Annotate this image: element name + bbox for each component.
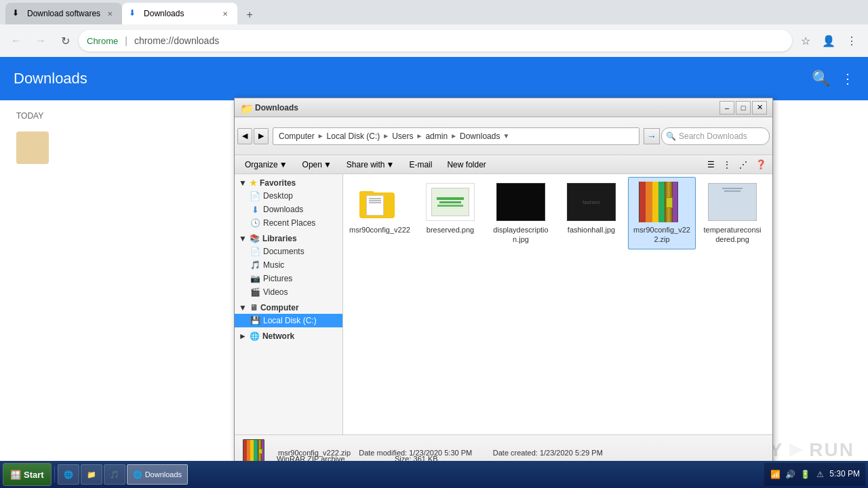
search-icon: 🔍 — [666, 131, 676, 141]
tab2-close[interactable]: ✕ — [220, 8, 231, 19]
file-msr90config-zip[interactable]: msr90config_v222.zip — [628, 177, 696, 249]
view-change-button[interactable]: ☰ — [703, 157, 718, 172]
documents-icon: 📄 — [250, 246, 260, 257]
taskbar-media[interactable]: 🎵 — [104, 464, 125, 485]
nav-localdisk[interactable]: 💾 Local Disk (C:) — [235, 314, 342, 327]
breadcrumb-downloads[interactable]: Downloads — [457, 131, 502, 141]
sb-buckle — [258, 449, 262, 454]
organize-button[interactable]: Organize ▼ — [239, 157, 294, 172]
new-folder-button[interactable]: New folder — [441, 157, 492, 172]
breadcrumb-sep1: ► — [317, 132, 324, 140]
address-scheme: Chrome — [87, 36, 118, 46]
explorer-search-input[interactable]: 🔍 Search Downloads — [661, 127, 770, 145]
downloads-header-right: 🔍 ⋮ — [812, 70, 854, 87]
breadcrumb-users[interactable]: Users — [389, 131, 416, 141]
share-arrow: ▼ — [387, 160, 395, 169]
view-toggle-button[interactable]: ⋮ — [719, 157, 734, 172]
systray-network-icon: 📶 — [770, 469, 781, 480]
nav-computer-header[interactable]: ▼ 🖥 Computer — [235, 302, 342, 314]
zip-stripe-orange — [646, 182, 652, 222]
address-input[interactable]: Chrome | chrome://downloads — [79, 30, 792, 52]
file-msr90config-folder-name: msr90config_v222 — [349, 225, 410, 235]
nav-network-header[interactable]: ► 🌐 Network — [235, 330, 342, 342]
taskbar-explorer-icon: 📁 — [87, 470, 96, 479]
bookmark-button[interactable]: ☆ — [795, 30, 816, 52]
menu-button[interactable]: ⋮ — [841, 30, 863, 52]
tab1-favicon: ⬇ — [12, 8, 23, 19]
file-temperature[interactable]: temperatureconsidered.png — [698, 177, 766, 249]
forward-button[interactable]: → — [30, 30, 52, 52]
file-displaydescription[interactable]: displaydescription.jpg — [487, 177, 555, 249]
file-zip-name: msr90config_v222.zip — [631, 225, 692, 245]
open-button[interactable]: Open ▼ — [296, 157, 338, 172]
taskbar: 🪟 Start 🌐 📁 🎵 🌐 Downloads 📶 🔊 🔋 ⚠ 5:30 P… — [0, 461, 868, 488]
file-breserved[interactable]: breserved.png — [416, 177, 484, 249]
file-fashionhall[interactable]: fashion fashionhall.jpg — [557, 177, 625, 249]
taskbar-chrome[interactable]: 🌐 Downloads — [127, 464, 188, 485]
share-with-button[interactable]: Share with ▼ — [340, 157, 401, 172]
localdisk-label: Local Disk (C:) — [263, 316, 317, 325]
downloads-header: Downloads 🔍 ⋮ — [0, 57, 868, 100]
downloads-menu-button[interactable]: ⋮ — [841, 70, 854, 87]
breadcrumb-admin[interactable]: admin — [422, 131, 450, 141]
taskbar-ie[interactable]: 🌐 — [58, 464, 79, 485]
explorer-actions: Organize ▼ Open ▼ Share with ▼ E-mail Ne… — [235, 155, 772, 174]
breadcrumb-localdisk[interactable]: Local Disk (C:) — [324, 131, 383, 141]
maximize-button[interactable]: □ — [736, 101, 751, 115]
downloads-search-button[interactable]: 🔍 — [812, 70, 830, 87]
search-placeholder: Search Downloads — [679, 131, 747, 141]
nav-documents[interactable]: 📄 Documents — [235, 245, 342, 258]
start-button[interactable]: 🪟 Start — [3, 463, 52, 486]
music-icon: 🎵 — [250, 260, 260, 270]
nav-pictures[interactable]: 📷 Pictures — [235, 272, 342, 285]
temp-line1 — [722, 188, 743, 189]
chrome-browser: ⬇ Download softwares ✕ ⬇ Downloads ✕ + ←… — [0, 0, 868, 488]
tab-downloads[interactable]: ⬇ Downloads ✕ — [122, 3, 237, 24]
refresh-button[interactable]: ↻ — [54, 30, 76, 52]
new-tab-button[interactable]: + — [240, 5, 259, 24]
tab2-favicon: ⬇ — [129, 8, 140, 19]
back-button[interactable]: ← — [5, 30, 27, 52]
green-bar2 — [439, 201, 461, 203]
systray-battery-icon: 🔋 — [800, 469, 810, 480]
taskbar-explorer[interactable]: 📁 — [81, 464, 102, 485]
breserved-thumbnail — [426, 182, 475, 222]
breadcrumb-computer[interactable]: Computer — [276, 131, 317, 141]
nav-desktop[interactable]: 📄 Desktop — [235, 189, 342, 203]
explorer-forward-button[interactable]: ▶ — [254, 128, 269, 144]
videos-icon: 🎬 — [250, 287, 260, 298]
tab2-title: Downloads — [144, 9, 216, 18]
email-label: E-mail — [409, 160, 432, 169]
address-path: chrome://downloads — [134, 35, 219, 46]
tab-download-softwares[interactable]: ⬇ Download softwares ✕ — [5, 3, 122, 24]
explorer-back-button[interactable]: ◀ — [237, 128, 252, 144]
zip-stripe-green — [658, 182, 665, 222]
breadcrumb-sep4: ► — [450, 132, 457, 140]
explorer-title: Downloads — [255, 103, 719, 113]
breadcrumb-bar[interactable]: Computer ► Local Disk (C:) ► Users ► adm… — [273, 127, 639, 145]
nav-videos[interactable]: 🎬 Videos — [235, 285, 342, 299]
address-bar-row: ← → ↻ Chrome | chrome://downloads ☆ 👤 ⋮ — [0, 24, 868, 57]
nav-downloads[interactable]: ⬇ Downloads — [235, 203, 342, 216]
nav-libraries-header[interactable]: ▼ 📚 Libraries — [235, 232, 342, 245]
file-msr90config-folder[interactable]: msr90config_v222 — [346, 177, 414, 249]
nav-libraries-group: ▼ 📚 Libraries 📄 Documents 🎵 Music — [235, 232, 342, 299]
start-icon: 🪟 — [10, 470, 21, 480]
zip-icon-container — [637, 182, 686, 222]
nav-music[interactable]: 🎵 Music — [235, 258, 342, 272]
nav-favorites-header[interactable]: ▼ ★ Favorites — [235, 177, 342, 189]
help-button[interactable]: ❓ — [753, 157, 768, 172]
nav-recent-places[interactable]: 🕓 Recent Places — [235, 216, 342, 230]
email-button[interactable]: E-mail — [403, 157, 438, 172]
tab1-close[interactable]: ✕ — [104, 8, 115, 19]
page-area: Downloads 🔍 ⋮ Today 📁 Downloads — [0, 57, 868, 488]
network-icon: 🌐 — [250, 331, 260, 341]
user-button[interactable]: 👤 — [818, 30, 840, 52]
explorer-refresh-button[interactable]: → — [644, 128, 660, 144]
close-button[interactable]: ✕ — [752, 101, 767, 115]
large-icons-button[interactable]: ⋰ — [736, 157, 751, 172]
minimize-button[interactable]: – — [719, 101, 734, 115]
temp-line2 — [724, 190, 741, 192]
favorites-star-icon: ★ — [250, 178, 257, 188]
zip-stripe-yellow — [652, 182, 658, 222]
